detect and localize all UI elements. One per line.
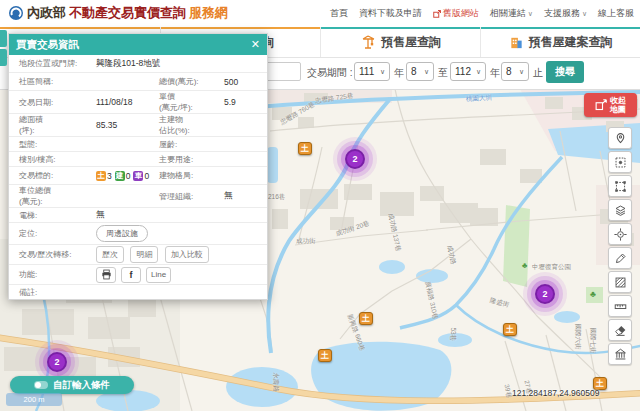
- field-label: 建物格局:: [159, 170, 224, 181]
- header-nav: 首頁 資料下載及申請 舊版網站 相關連結∨ 支援服務∨ 線上客服: [330, 7, 634, 20]
- land-badge: 土: [96, 171, 106, 181]
- field-value: 無: [96, 209, 267, 221]
- field-label: 管理組織:: [159, 191, 224, 202]
- year-unit-label2: 年: [490, 66, 500, 80]
- field-value: 無: [224, 190, 267, 202]
- month-to-select[interactable]: 8∨: [501, 62, 529, 81]
- history-button[interactable]: 歷次: [96, 246, 124, 263]
- field-label: 屋齡:: [159, 139, 224, 150]
- parking-count: 0: [144, 171, 149, 181]
- map-coordinates: 121.284187,24.960509: [512, 388, 599, 398]
- cluster-marker[interactable]: 2: [345, 149, 365, 169]
- field-value: 500: [224, 77, 267, 87]
- nav-links[interactable]: 相關連結∨: [490, 7, 533, 20]
- tree-icon: ♣: [590, 289, 596, 299]
- tool-hatch-polygon-button[interactable]: [608, 271, 632, 293]
- measure-ruler-icon: [614, 300, 627, 313]
- facebook-share-button[interactable]: f: [121, 267, 141, 283]
- tool-area-select-button[interactable]: [608, 151, 632, 173]
- field-value: 85.35: [96, 120, 159, 130]
- cluster-marker[interactable]: 2: [47, 352, 67, 372]
- land-marker[interactable]: 土: [298, 142, 312, 155]
- land-marker[interactable]: 土: [318, 349, 332, 362]
- search-button[interactable]: 搜尋: [546, 61, 584, 83]
- map-label: 53巷: [448, 328, 457, 342]
- printer-icon: [101, 269, 112, 280]
- field-label: 交易/歷次轉移:: [9, 249, 96, 260]
- field-value: 興隆段101-8地號: [96, 58, 267, 70]
- tool-draw-button[interactable]: [608, 247, 632, 269]
- eraser-icon: [614, 324, 627, 337]
- nav-download[interactable]: 資料下載及申請: [359, 7, 422, 20]
- detail-button[interactable]: 明細: [130, 246, 158, 263]
- transaction-popup: 買賣交易資訊 ✕ 地段位置或門牌:興隆段101-8地號 社區簡稱:總價(萬元):…: [8, 33, 268, 300]
- tool-measure-button[interactable]: [608, 295, 632, 317]
- tree-icon: ♣: [522, 261, 527, 270]
- field-label: 總面積 (坪):: [9, 114, 96, 136]
- field-label: 單價 (萬元/坪):: [159, 91, 224, 113]
- year-from-select[interactable]: 111∨: [354, 62, 390, 81]
- nearby-facilities-button[interactable]: 周邊設施: [96, 225, 148, 242]
- land-marker[interactable]: 土: [359, 312, 373, 325]
- landmark-icon: [614, 348, 627, 361]
- toggle-icon: [34, 381, 48, 389]
- panel-handle[interactable]: [0, 30, 7, 47]
- tab-presale-search[interactable]: 預售屋查詢: [320, 27, 480, 57]
- map-label: 國際七街: [588, 328, 597, 354]
- hatch-polygon-icon: [614, 276, 627, 289]
- field-label: 功能:: [9, 269, 96, 280]
- tool-poi-pin-button[interactable]: [608, 127, 632, 149]
- building-count: 0: [126, 171, 131, 181]
- area-select-icon: [614, 156, 627, 169]
- print-button[interactable]: [96, 267, 116, 283]
- field-label: 型態:: [9, 139, 96, 150]
- box-select-icon: [614, 180, 627, 193]
- map-label: 中壢復育公園: [532, 263, 571, 272]
- custom-condition-button[interactable]: 自訂輸入條件: [10, 376, 134, 394]
- tool-layers-button[interactable]: [608, 199, 632, 221]
- to-label: 至: [438, 66, 448, 80]
- tab-presale-project-search[interactable]: 預售屋建案查詢: [480, 27, 640, 57]
- building-icon: [509, 35, 524, 50]
- layers-icon: [614, 204, 627, 217]
- map-scale: 200 m: [6, 393, 62, 406]
- cluster-marker[interactable]: 2: [535, 284, 555, 304]
- nav-service[interactable]: 線上客服: [598, 7, 634, 20]
- add-compare-button[interactable]: 加入比較: [165, 246, 209, 263]
- map-label: 桃園大圳: [466, 94, 492, 104]
- collapse-map-button[interactable]: 收起地圖: [584, 93, 637, 117]
- close-icon[interactable]: ✕: [251, 39, 260, 50]
- building-badge: 建: [115, 171, 125, 181]
- field-label: 總價(萬元):: [159, 76, 224, 87]
- month-from-select[interactable]: 8∨: [406, 62, 434, 81]
- year-unit-label: 年: [394, 66, 404, 80]
- parking-badge: 車: [133, 171, 143, 181]
- field-label: 交易標的:: [9, 170, 96, 181]
- collapse-map-icon: [595, 99, 607, 111]
- field-label: 定位:: [9, 228, 96, 239]
- map-label: 成功街: [296, 237, 316, 246]
- draw-pencil-icon: [614, 252, 627, 265]
- field-label: 車位總價 (萬元):: [9, 185, 96, 207]
- field-label: 主要用途:: [159, 154, 224, 165]
- panel-handle[interactable]: [0, 49, 7, 66]
- field-label: 電梯:: [9, 210, 96, 221]
- tool-landmark-button[interactable]: [608, 343, 632, 365]
- locate-icon: [614, 228, 627, 241]
- nav-old-site[interactable]: 舊版網站: [433, 7, 479, 20]
- line-share-button[interactable]: Line: [146, 267, 171, 283]
- land-marker[interactable]: 土: [503, 323, 517, 336]
- tool-eraser-button[interactable]: [608, 319, 632, 341]
- map-label: 216巷: [268, 193, 285, 202]
- nav-home[interactable]: 首頁: [330, 7, 348, 20]
- tool-locate-button[interactable]: [608, 223, 632, 245]
- field-value: 111/08/18: [96, 97, 159, 107]
- field-label: 交易日期:: [9, 97, 96, 108]
- site-title: 內政部不動產交易實價查詢服務網: [8, 4, 228, 22]
- nav-support[interactable]: 支援服務∨: [544, 7, 587, 20]
- year-to-select[interactable]: 112∨: [450, 62, 486, 81]
- tool-box-select-button[interactable]: [608, 175, 632, 197]
- external-link-icon: [433, 10, 441, 18]
- site-header: 內政部不動產交易實價查詢服務網 首頁 資料下載及申請 舊版網站 相關連結∨ 支援…: [0, 0, 640, 27]
- popup-title: 買賣交易資訊: [16, 38, 79, 52]
